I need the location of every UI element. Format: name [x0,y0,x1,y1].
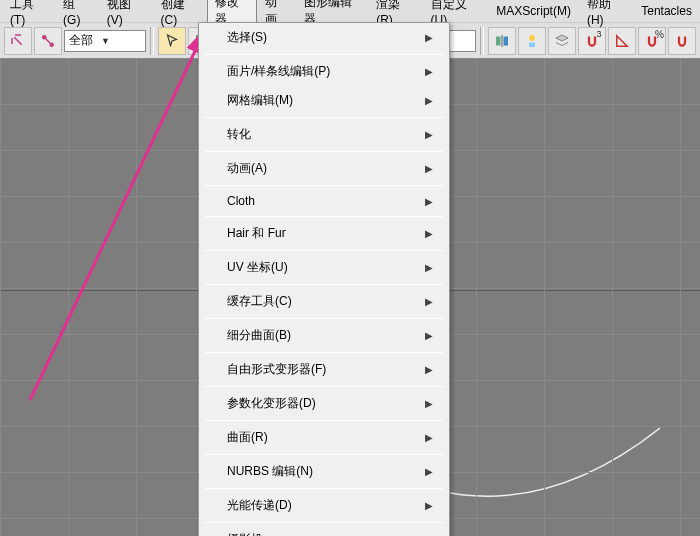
spinner-snap-icon[interactable] [668,27,696,55]
svg-rect-5 [504,36,509,45]
submenu-arrow-icon: ▶ [425,32,433,43]
menu-item[interactable]: 面片/样条线编辑(P)▶ [199,57,449,86]
menu-item[interactable]: 摄影机 [199,525,449,536]
submenu-arrow-icon: ▶ [425,398,433,409]
menu-item[interactable]: 转化▶ [199,120,449,149]
menu-帮助[interactable]: 帮助(H) [579,0,633,29]
layer-tool-icon[interactable] [548,27,576,55]
svg-rect-8 [529,42,535,47]
menu-item-label: 曲面(R) [227,429,268,446]
angle-snap-icon[interactable] [608,27,636,55]
menu-tentacles[interactable]: Tentacles [633,2,700,20]
menu-item-label: 动画(A) [227,160,267,177]
submenu-arrow-icon: ▶ [425,66,433,77]
menu-工具[interactable]: 工具(T) [2,0,55,29]
menu-separator [205,352,443,353]
menu-item-label: 缓存工具(C) [227,293,292,310]
separator [480,27,484,55]
menu-item[interactable]: 自由形式变形器(F)▶ [199,355,449,384]
menu-item[interactable]: NURBS 编辑(N)▶ [199,457,449,486]
chevron-down-icon: ▼ [101,36,110,46]
menu-item-label: 光能传递(D) [227,497,292,514]
menu-item[interactable]: 细分曲面(B)▶ [199,321,449,350]
separator [150,27,154,55]
submenu-arrow-icon: ▶ [425,500,433,511]
menu-item-label: 选择(S) [227,29,267,46]
select-tool-icon[interactable] [158,27,186,55]
menubar: 工具(T)组(G)视图(V)创建(C)修改器动画图形编辑器渲染(R)自定义(U)… [0,0,700,22]
menu-separator [205,117,443,118]
menu-separator [205,386,443,387]
submenu-arrow-icon: ▶ [425,296,433,307]
menu-separator [205,284,443,285]
menu-item[interactable]: 动画(A)▶ [199,154,449,183]
submenu-arrow-icon: ▶ [425,262,433,273]
menu-item[interactable]: 选择(S)▶ [199,23,449,52]
menu-item-label: Hair 和 Fur [227,225,286,242]
menu-separator [205,522,443,523]
menu-separator [205,216,443,217]
tool-unlink-icon[interactable] [4,27,32,55]
menu-separator [205,185,443,186]
menu-item-label: 自由形式变形器(F) [227,361,326,378]
submenu-arrow-icon: ▶ [425,228,433,239]
menu-组[interactable]: 组(G) [55,0,99,29]
menu-separator [205,250,443,251]
tool-schematic-icon[interactable] [34,27,62,55]
percent-snap-icon[interactable]: % [638,27,666,55]
menu-item-label: 细分曲面(B) [227,327,291,344]
svg-point-7 [529,35,535,41]
menu-item[interactable]: 缓存工具(C)▶ [199,287,449,316]
menu-item-label: Cloth [227,194,255,208]
submenu-arrow-icon: ▶ [425,364,433,375]
menu-separator [205,54,443,55]
menu-item[interactable]: 参数化变形器(D)▶ [199,389,449,418]
filter-combo[interactable]: 全部 ▼ [64,30,146,52]
menu-item[interactable]: 曲面(R)▶ [199,423,449,452]
menu-separator [205,318,443,319]
submenu-arrow-icon: ▶ [425,196,433,207]
submenu-arrow-icon: ▶ [425,163,433,174]
menu-separator [205,454,443,455]
menu-separator [205,488,443,489]
menu-item-label: 转化 [227,126,251,143]
menu-item[interactable]: Hair 和 Fur▶ [199,219,449,248]
snap-toggle-icon[interactable]: 3 [578,27,606,55]
menu-item[interactable]: 网格编辑(M)▶ [199,86,449,115]
filter-combo-value: 全部 [69,32,93,49]
menu-视图[interactable]: 视图(V) [99,0,153,29]
menu-item[interactable]: Cloth▶ [199,188,449,214]
svg-rect-4 [496,36,501,45]
modifiers-dropdown-menu: 选择(S)▶面片/样条线编辑(P)▶网格编辑(M)▶转化▶动画(A)▶Cloth… [198,22,450,536]
menu-separator [205,420,443,421]
menu-maxscript[interactable]: MAXScript(M) [488,2,579,20]
submenu-arrow-icon: ▶ [425,95,433,106]
submenu-arrow-icon: ▶ [425,129,433,140]
menu-item-label: UV 坐标(U) [227,259,288,276]
menu-item-label: 面片/样条线编辑(P) [227,63,330,80]
menu-item-label: NURBS 编辑(N) [227,463,313,480]
mirror-tool-icon[interactable] [488,27,516,55]
submenu-arrow-icon: ▶ [425,466,433,477]
menu-item[interactable]: 光能传递(D)▶ [199,491,449,520]
menu-item-label: 摄影机 [227,531,263,536]
submenu-arrow-icon: ▶ [425,330,433,341]
menu-item[interactable]: UV 坐标(U)▶ [199,253,449,282]
menu-separator [205,151,443,152]
align-tool-icon[interactable] [518,27,546,55]
menu-item-label: 网格编辑(M) [227,92,293,109]
menu-item-label: 参数化变形器(D) [227,395,316,412]
submenu-arrow-icon: ▶ [425,432,433,443]
